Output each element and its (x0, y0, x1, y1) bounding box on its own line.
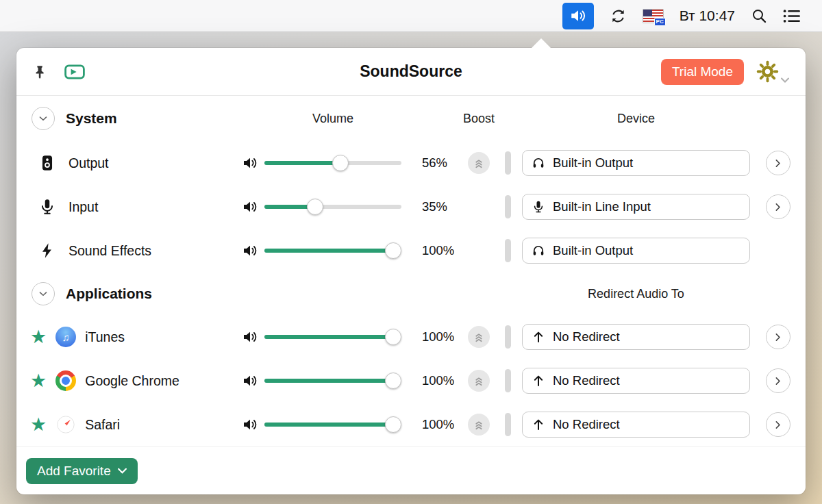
redirect-select[interactable]: No Redirect (522, 324, 750, 350)
menubar-clock[interactable]: Вт 10:47 (680, 8, 735, 24)
notification-center-icon[interactable] (783, 9, 801, 23)
mute-toggle[interactable] (236, 242, 264, 259)
favorite-star-icon[interactable]: ★ (30, 372, 47, 390)
add-favorite-label: Add Favorite (37, 464, 111, 479)
boost-button[interactable] (468, 414, 490, 436)
level-meter (505, 239, 511, 262)
slider-knob[interactable] (385, 329, 401, 345)
slider-knob[interactable] (385, 242, 401, 259)
volume-percent: 100% (401, 417, 464, 432)
system-section-header: System Volume Boost Device (16, 96, 806, 141)
volume-slider[interactable] (264, 242, 401, 259)
redirect-select[interactable]: No Redirect (522, 368, 750, 394)
add-favorite-button[interactable]: Add Favorite (26, 458, 138, 484)
keyboard-layout-flag-icon[interactable]: PC (643, 9, 664, 23)
system-row: Output 56% Built-in Output (16, 141, 806, 185)
detail-chevron-button[interactable] (766, 194, 790, 219)
slider-knob[interactable] (385, 416, 401, 433)
chevron-right-icon (772, 375, 784, 387)
boost-button[interactable] (468, 326, 490, 348)
pin-window-button[interactable] (33, 64, 48, 79)
volume-slider[interactable] (264, 329, 401, 345)
application-rows: ★ ♫ iTunes 100% No Redirect (16, 315, 806, 446)
app-name: iTunes (85, 329, 125, 345)
device-label: Built-in Output (553, 243, 633, 258)
headphones-icon (532, 156, 545, 170)
favorite-star-icon[interactable]: ★ (30, 328, 47, 346)
volume-percent: 100% (401, 373, 464, 388)
volume-slider[interactable] (264, 416, 401, 433)
redirect-select[interactable]: No Redirect (522, 412, 750, 438)
row-label: Input (68, 199, 98, 215)
chevron-down-icon (118, 468, 127, 474)
settings-menu-button[interactable] (756, 60, 789, 83)
section-title-applications: Applications (66, 286, 152, 302)
volume-percent: 56% (401, 155, 464, 171)
boost-button[interactable] (468, 370, 490, 392)
level-meter (505, 325, 511, 349)
arrow-up-icon (532, 330, 545, 344)
chevron-right-icon (772, 331, 784, 343)
row-label: Output (68, 155, 109, 171)
device-select[interactable]: Built-in Output (522, 238, 750, 264)
boost-icon (472, 156, 486, 170)
mute-toggle[interactable] (236, 155, 264, 171)
detail-chevron-button[interactable] (766, 325, 790, 349)
slider-knob[interactable] (332, 155, 349, 171)
arrow-up-icon (532, 374, 545, 388)
level-meter (505, 195, 511, 218)
sync-icon[interactable] (610, 8, 627, 25)
mute-toggle[interactable] (236, 416, 264, 433)
system-collapse-button[interactable] (32, 107, 55, 130)
boost-button[interactable] (468, 152, 490, 174)
device-select[interactable]: Built-in Line Input (522, 194, 750, 220)
search-icon[interactable] (751, 8, 767, 24)
application-row: ★ ♫ iTunes 100% No Redirect (16, 315, 806, 359)
app-name: Google Chrome (85, 373, 179, 389)
lightning-icon (37, 242, 58, 260)
chrome-icon (55, 370, 76, 391)
boost-icon (472, 330, 486, 344)
menubar-soundsource-icon[interactable] (562, 3, 594, 29)
application-row: ★ Safari 100% No Redirect (16, 403, 806, 446)
column-header-boost: Boost (463, 112, 495, 126)
mute-toggle[interactable] (236, 199, 264, 215)
microphone-icon (37, 198, 58, 216)
volume-slider[interactable] (264, 199, 401, 215)
volume-icon (242, 155, 258, 171)
volume-slider[interactable] (264, 155, 401, 171)
keyboard-layout-badge: PC (654, 18, 666, 26)
mute-toggle[interactable] (236, 373, 264, 389)
detail-chevron-button[interactable] (766, 412, 790, 437)
chevron-down-icon (37, 288, 49, 300)
level-meter (505, 369, 511, 392)
window-footer: Add Favorite (16, 446, 806, 494)
applications-section-header: Applications Redirect Audio To (16, 273, 806, 315)
volume-slider[interactable] (264, 373, 401, 389)
volume-percent: 100% (401, 329, 464, 344)
volume-icon (569, 7, 587, 25)
application-row: ★ Google Chrome 100% No Redirect (16, 359, 806, 403)
trial-mode-button[interactable]: Trial Mode (661, 59, 744, 85)
system-row: Sound Effects 100% Built-in Output (16, 229, 806, 273)
microphone-icon (532, 200, 545, 214)
favorite-star-icon[interactable]: ★ (30, 416, 47, 434)
detail-chevron-button[interactable] (766, 368, 790, 393)
popover-arrow (532, 38, 551, 48)
redirect-label: No Redirect (553, 417, 620, 432)
safari-icon (55, 416, 76, 433)
boost-icon (472, 374, 486, 388)
row-label: Sound Effects (68, 243, 151, 259)
chevron-right-icon (772, 201, 784, 213)
slider-knob[interactable] (385, 373, 401, 389)
detail-chevron-button[interactable] (766, 151, 790, 175)
slider-knob[interactable] (307, 199, 323, 215)
float-window-button[interactable] (64, 64, 85, 79)
volume-icon (242, 199, 258, 215)
device-select[interactable]: Built-in Output (522, 150, 750, 176)
column-header-device: Device (617, 112, 655, 126)
mute-toggle[interactable] (236, 329, 264, 345)
section-title-system: System (66, 110, 117, 127)
applications-collapse-button[interactable] (32, 282, 55, 305)
system-row: Input 35% Built-in Line Input (16, 185, 806, 229)
